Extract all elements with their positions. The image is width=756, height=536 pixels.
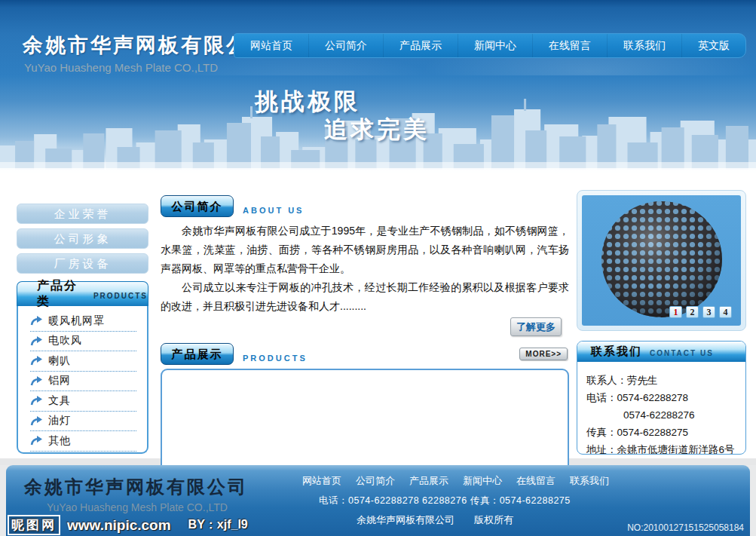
contact-info: 联系人：劳先生 电话：0574-62288278 0574-62288276 传… — [577, 362, 745, 455]
sidebar-button-honor[interactable]: 企业荣誉 — [17, 204, 148, 224]
contact-title: 联系我们 — [591, 345, 642, 359]
footer-info: 网站首页 公司简介 产品展示 新闻中心 在线留言 联系我们 电话：0574-62… — [302, 474, 664, 527]
arrow-icon — [30, 336, 42, 346]
category-item-label: 喇叭 — [48, 354, 71, 368]
footer-nav-message[interactable]: 在线留言 — [516, 474, 556, 488]
contact-subtitle: CONTACT US — [650, 349, 714, 357]
image-pager: 1 2 3 4 — [669, 306, 732, 318]
product-image: 1 2 3 4 — [582, 195, 741, 326]
category-item[interactable]: 电吹风 — [30, 332, 136, 352]
category-item[interactable]: 其他 — [30, 431, 136, 452]
footer-serial-number: NO:20100127151525058184 — [627, 522, 744, 533]
contact-panel: 联系我们 CONTACT US 联系人：劳先生 电话：0574-62288278… — [577, 341, 746, 455]
arrow-icon — [30, 356, 42, 366]
category-item-label: 暖风机网罩 — [48, 314, 105, 328]
footer-nav-about[interactable]: 公司简介 — [356, 474, 395, 488]
nav-item-english[interactable]: 英文版 — [682, 34, 745, 57]
about-tab-button[interactable]: 公司简介 — [161, 195, 234, 217]
category-item-label: 其他 — [48, 434, 71, 448]
more-button[interactable]: MORE>> — [519, 348, 568, 360]
nav-item-home[interactable]: 网站首页 — [234, 34, 309, 57]
banner-slogan-2: 追求完美 — [324, 114, 430, 145]
nipic-site-url: www.nipic.com — [67, 517, 171, 534]
category-item-label: 油灯 — [48, 414, 71, 427]
contact-address: 地址：余姚市低塘街道新洋路6号 — [586, 441, 739, 455]
nav-item-message[interactable]: 在线留言 — [533, 34, 608, 57]
center-column: 公司简介 ABOUT US 余姚市华声网板有限公司成立于1995年，是专业生产不… — [161, 177, 569, 458]
products-tab-button[interactable]: 产品展示 — [161, 343, 234, 365]
arrow-icon — [30, 416, 42, 426]
contact-phone-1: 电话：0574-62288278 — [586, 389, 739, 406]
learn-more-button[interactable]: 了解更多 — [510, 317, 562, 336]
left-sidebar: 企业荣誉 公司形象 厂房设备 产品分类 PRODUCTS 暖风机网罩 电吹风 — [17, 177, 148, 458]
main-content: 企业荣誉 公司形象 厂房设备 产品分类 PRODUCTS 暖风机网罩 电吹风 — [0, 177, 756, 458]
category-item-label: 铝网 — [48, 374, 71, 387]
category-item-label: 电吹风 — [48, 334, 82, 348]
logo-english-name: YuYao Huasheng Mesh Plate CO.,LTD — [23, 61, 271, 74]
page-button-4[interactable]: 4 — [719, 306, 732, 318]
page-button-1[interactable]: 1 — [669, 306, 682, 318]
footer-logo: 余姚市华声网板有限公司 YuYao Huasheng Mesh Plate CO… — [24, 475, 248, 513]
footer-logo-english: YuYao Huasheng Mesh Plate CO.,LTD — [24, 501, 248, 513]
footer-nav-home[interactable]: 网站首页 — [302, 474, 341, 488]
footer-nav-products[interactable]: 产品展示 — [409, 474, 448, 488]
nav-item-products[interactable]: 产品展示 — [384, 34, 458, 57]
category-panel-header: 产品分类 PRODUCTS — [17, 281, 148, 306]
product-image-panel: 1 2 3 4 — [577, 190, 746, 331]
site-footer: 余姚市华声网板有限公司 YuYao Huasheng Mesh Plate CO… — [6, 465, 750, 536]
category-subtitle: PRODUCTS — [93, 292, 148, 300]
category-item[interactable]: 喇叭 — [30, 351, 136, 372]
nipic-watermark: 昵图网 www.nipic.com BY：xjf_l9 — [8, 515, 248, 535]
contact-fax: 传真：0574-62288275 — [586, 424, 739, 441]
about-body: 余姚市华声网板有限公司成立于1995年，是专业生产不锈钢制品，如不锈钢网篮，水果… — [161, 222, 569, 336]
nav-item-news[interactable]: 新闻中心 — [458, 34, 533, 57]
footer-nav: 网站首页 公司简介 产品展示 新闻中心 在线留言 联系我们 — [302, 474, 664, 488]
contact-phone-2: 0574-62288276 — [586, 406, 739, 424]
main-nav: 网站首页 公司简介 产品展示 新闻中心 在线留言 联系我们 英文版 — [234, 33, 746, 58]
right-column: 1 2 3 4 联系我们 CONTACT US 联系人：劳先生 电话：0574-… — [577, 177, 746, 458]
page-button-2[interactable]: 2 — [686, 306, 699, 318]
about-text: 余姚市华声网板有限公司成立于1995年，是专业生产不锈钢制品，如不锈钢网篮，水果… — [161, 222, 569, 316]
footer-logo-chinese: 余姚市华声网板有限公司 — [24, 475, 248, 499]
about-paragraph-2: 公司成立以来专注于网板的冲孔技术，经过长期工作经验的累积以及根据客户要求的改进，… — [161, 278, 569, 316]
products-subtitle: PRODUCTS — [243, 354, 308, 363]
sidebar-button-factory[interactable]: 厂房设备 — [17, 253, 148, 274]
arrow-icon — [30, 436, 42, 446]
mesh-ball-image — [597, 199, 727, 320]
product-category-panel: 产品分类 PRODUCTS 暖风机网罩 电吹风 喇叭 — [17, 281, 148, 454]
site-header: 余姚市华声网板有限公司 YuYao Huasheng Mesh Plate CO… — [0, 0, 756, 75]
nav-item-about[interactable]: 公司简介 — [309, 34, 384, 57]
footer-nav-contact[interactable]: 联系我们 — [570, 474, 609, 488]
nav-item-contact[interactable]: 联系我们 — [608, 34, 682, 57]
nipic-author: BY：xjf_l9 — [188, 517, 248, 533]
contact-person: 联系人：劳先生 — [586, 372, 739, 389]
products-section-header: 产品展示 PRODUCTS MORE>> — [161, 343, 569, 365]
about-subtitle: ABOUT US — [243, 206, 304, 215]
arrow-icon — [30, 376, 42, 386]
about-section-header: 公司简介 ABOUT US — [161, 195, 569, 217]
category-item[interactable]: 文具 — [30, 391, 136, 412]
category-item-label: 文具 — [48, 394, 71, 408]
arrow-icon — [30, 396, 42, 406]
category-title: 产品分类 — [37, 278, 86, 310]
banner-slogan-1: 挑战极限 — [255, 86, 360, 118]
hero-banner: 挑战极限 追求完美 — [0, 75, 756, 177]
about-paragraph-1: 余姚市华声网板有限公司成立于1995年，是专业生产不锈钢制品，如不锈钢网篮，水果… — [161, 222, 569, 278]
category-item[interactable]: 铝网 — [30, 372, 136, 392]
nipic-logo: 昵图网 — [8, 515, 60, 535]
sidebar-button-image[interactable]: 公司形象 — [17, 228, 148, 249]
footer-phone-line: 电话：0574-62288278 62288276 传真：0574-622882… — [302, 495, 664, 507]
page-button-3[interactable]: 3 — [702, 306, 715, 318]
footer-copyright: 余姚华声网板有限公司 版权所有 — [302, 513, 664, 527]
page: 余姚市华声网板有限公司 YuYao Huasheng Mesh Plate CO… — [0, 0, 756, 536]
category-item[interactable]: 暖风机网罩 — [30, 311, 136, 332]
category-item[interactable]: 油灯 — [30, 412, 136, 432]
contact-panel-header: 联系我们 CONTACT US — [577, 342, 745, 362]
category-list: 暖风机网罩 电吹风 喇叭 铝网 — [17, 306, 148, 454]
footer-nav-news[interactable]: 新闻中心 — [463, 474, 502, 488]
arrow-icon — [30, 316, 42, 326]
